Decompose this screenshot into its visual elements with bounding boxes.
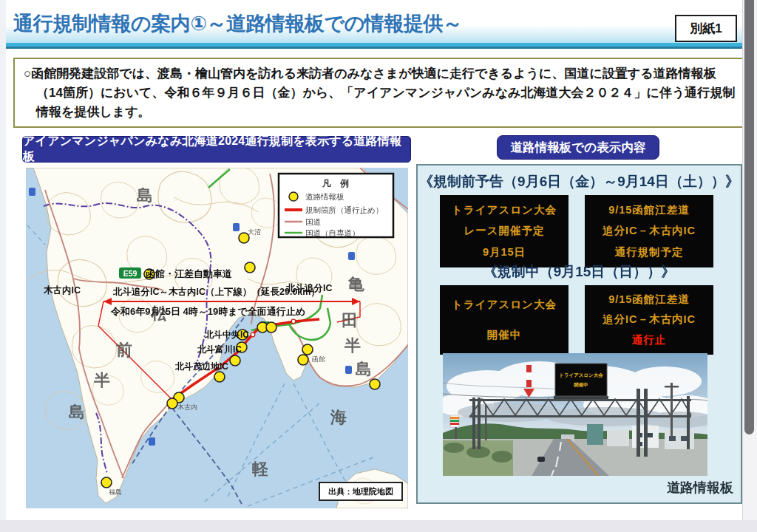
svg-text:軽: 軽	[252, 460, 268, 478]
svg-text:国道: 国道	[305, 217, 322, 226]
intro-text-box: ○函館開発建設部では、渡島・檜山管内を訪れる来訪者のみなさまが快適に走行できるよ…	[13, 58, 750, 128]
svg-text:道路情報板: 道路情報板	[305, 192, 344, 201]
tomikawa-ic-label: 北斗富川IC	[197, 344, 242, 355]
svg-text:トライアスロン大会: トライアスロン大会	[559, 372, 603, 378]
svg-text:福島: 福島	[109, 488, 122, 496]
closure-label: 令和6年9月15日 4時～19時まで全面通行止め	[110, 306, 305, 317]
phase2-heading: 《規制中（9月15日（日））》	[418, 262, 741, 282]
svg-text:E59: E59	[123, 269, 138, 278]
expressway-label: 函館・江差自動車道	[146, 268, 232, 279]
photo-caption: 道路情報板	[667, 479, 733, 497]
chuo-ic-label: 北斗中央IC	[204, 330, 249, 340]
photo-car	[537, 457, 545, 462]
svg-text:国道（自専道）: 国道（自専道）	[305, 228, 360, 237]
map-legend: 凡 例 道路情報板 規制箇所（通行止め） 国道 国道（自専道）	[279, 174, 393, 237]
svg-text:前: 前	[116, 341, 132, 359]
title-rule-dark	[6, 47, 742, 49]
viewer-left-margin	[0, 0, 6, 520]
board-phase2-right: 9/15函館江差道 追分IC－木古内IC 通行止	[585, 285, 713, 355]
moheji-ic-label: 北斗茂辺地IC	[174, 361, 228, 372]
map-attribution: 出典：地理院地図	[319, 482, 402, 500]
svg-text:開催中: 開催中	[574, 382, 588, 388]
kikonai-ic-label: 木古内IC	[43, 285, 81, 296]
board-phase1-right: 9/15函館江差道 追分IC－木古内IC 通行規制予定	[585, 195, 713, 267]
document-page: 通行規制情報の案内①～道路情報板での情報提供～ 別紙1 ○函館開発建設部では、渡…	[0, 0, 757, 532]
scrollbar-thumb[interactable]	[744, 0, 754, 434]
roadside-board-photo: トライアスロン大会 開催中	[443, 353, 707, 476]
oiwake-ic-label: 北斗追分IC	[285, 283, 333, 293]
svg-text:田: 田	[342, 311, 358, 330]
attachment-ref-badge: 別紙1	[675, 15, 737, 42]
svg-text:大沼: 大沼	[248, 228, 261, 236]
viewer-bottom-margin	[0, 520, 757, 532]
legend-marker-board	[289, 192, 298, 201]
svg-text:半: 半	[344, 336, 361, 355]
legend-title: 凡 例	[322, 178, 349, 188]
board-phase1-left: トライアスロン大会 レース開催予定 9月15日	[440, 195, 568, 267]
photo-message-board: トライアスロン大会 開催中	[554, 364, 608, 399]
phase1-heading: 《規制前予告（9月6日（金）～9月14日（土））》	[418, 172, 741, 191]
display-contents-panel: 《規制前予告（9月6日（金）～9月14日（土））》 トライアスロン大会 レース開…	[416, 164, 742, 504]
page-title: 通行規制情報の案内①～道路情報板での情報提供～	[13, 10, 462, 37]
svg-text:島: 島	[69, 403, 85, 421]
svg-text:島: 島	[137, 186, 153, 205]
route-map: 島 松 前 半 島 亀 田 半 島 海 軽 函館 木古内 福島 大沼 木古内IC…	[26, 168, 408, 508]
closure-alert-text: 通行止	[632, 333, 667, 347]
svg-text:島: 島	[356, 360, 372, 378]
svg-text:木古内: 木古内	[177, 403, 197, 411]
svg-text:海: 海	[330, 408, 347, 426]
svg-text:函館: 函館	[312, 355, 325, 363]
svg-text:亀: 亀	[347, 275, 364, 293]
svg-text:規制箇所（通行止め）: 規制箇所（通行止め）	[305, 205, 383, 214]
svg-text:半: 半	[93, 371, 110, 389]
board-phase2-left: トライアスロン大会 開催中	[440, 285, 568, 355]
map-section-header: アイアンマンジャパンみなみ北海道2024通行規制を表示する道路情報板	[22, 136, 411, 163]
display-section-header: 道路情報板での表示内容	[497, 135, 659, 160]
svg-text:出典：地理院地図: 出典：地理院地図	[328, 486, 393, 497]
